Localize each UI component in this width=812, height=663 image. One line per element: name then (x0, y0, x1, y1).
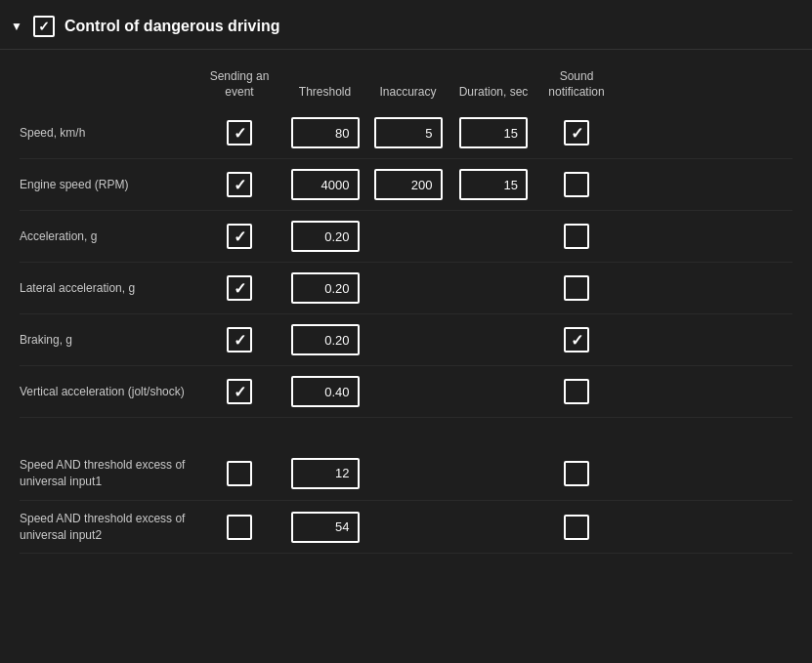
row-label-engine-speed: Engine speed (RPM) (20, 177, 195, 193)
cell-sending-lateral-acceleration (195, 275, 283, 301)
row-label-speed-universal1: Speed AND threshold excess of universal … (20, 457, 195, 490)
section-checkbox[interactable] (33, 16, 55, 37)
input-threshold-acceleration[interactable] (291, 221, 360, 252)
row-label-vertical-acceleration: Vertical acceleration (jolt/shock) (20, 384, 195, 400)
input-threshold-vertical-acceleration[interactable] (291, 376, 360, 407)
cell-sending-vertical-acceleration (195, 379, 283, 404)
main-content: Sending an event Threshold Inaccuracy Du… (0, 50, 812, 573)
checkbox-sending-speed-universal1[interactable] (227, 461, 252, 486)
table-row: Speed, km/h (20, 107, 792, 159)
row-cells-vertical-acceleration (195, 376, 616, 407)
cell-sound-engine-speed (537, 172, 616, 197)
section-header: ▼ Control of dangerous driving (0, 0, 812, 50)
cell-threshold-engine-speed (283, 169, 366, 200)
cell-sound-speed (537, 120, 616, 145)
checkbox-sending-speed[interactable] (227, 120, 252, 145)
table-row: Speed AND threshold excess of universal … (20, 501, 792, 555)
input-threshold-engine-speed[interactable] (291, 169, 360, 200)
cell-sending-engine-speed (195, 172, 283, 197)
row-cells-speed (195, 117, 616, 148)
checkbox-sending-acceleration[interactable] (227, 224, 252, 249)
cell-sound-speed-universal2 (537, 515, 616, 540)
cell-sending-braking (195, 327, 283, 352)
input-duration-speed[interactable] (459, 117, 528, 148)
col-header-inaccuracy: Inaccuracy (366, 85, 449, 101)
section-title: Control of dangerous driving (64, 18, 279, 35)
cell-duration-speed (449, 117, 537, 148)
checkbox-sending-speed-universal2[interactable] (227, 515, 252, 540)
input-threshold-speed-universal1[interactable] (291, 458, 360, 489)
cell-inaccuracy-engine-speed (366, 169, 449, 200)
table-row: Engine speed (RPM) (20, 159, 792, 211)
cell-threshold-speed (283, 117, 366, 148)
cell-threshold-speed-universal2 (283, 512, 366, 543)
row-label-speed-universal2: Speed AND threshold excess of universal … (20, 511, 195, 544)
cell-sound-lateral-acceleration (537, 275, 616, 301)
cell-sending-speed-universal2 (195, 515, 283, 540)
row-label-speed: Speed, km/h (20, 125, 195, 142)
checkbox-sound-acceleration[interactable] (564, 224, 589, 249)
checkbox-sound-engine-speed[interactable] (564, 172, 589, 197)
input-threshold-lateral-acceleration[interactable] (291, 272, 360, 304)
cell-sound-speed-universal1 (537, 461, 616, 486)
cell-threshold-acceleration (283, 221, 366, 252)
checkbox-sending-braking[interactable] (227, 327, 252, 352)
checkbox-sending-engine-speed[interactable] (227, 172, 252, 197)
checkbox-sound-speed-universal2[interactable] (564, 515, 589, 540)
row-label-braking: Braking, g (20, 332, 195, 349)
table-row: Speed AND threshold excess of universal … (20, 447, 792, 501)
input-threshold-braking[interactable] (291, 324, 360, 355)
cell-threshold-vertical-acceleration (283, 376, 366, 407)
collapse-chevron[interactable]: ▼ (10, 20, 23, 33)
row-cells-speed-universal1 (195, 458, 616, 489)
cell-sending-acceleration (195, 224, 283, 249)
row-cells-acceleration (195, 221, 616, 252)
checkbox-sending-vertical-acceleration[interactable] (227, 379, 252, 404)
row-cells-engine-speed (195, 169, 616, 200)
col-header-threshold: Threshold (283, 85, 366, 101)
input-inaccuracy-speed[interactable] (374, 117, 443, 148)
row-cells-lateral-acceleration (195, 272, 616, 304)
spacer (20, 418, 792, 447)
cell-threshold-speed-universal1 (283, 458, 366, 489)
input-duration-engine-speed[interactable] (459, 169, 528, 200)
row-cells-braking (195, 324, 616, 355)
checkbox-sound-braking[interactable] (564, 327, 589, 352)
checkbox-sound-speed[interactable] (564, 120, 589, 145)
checkbox-sound-lateral-acceleration[interactable] (564, 275, 589, 301)
checkbox-sound-vertical-acceleration[interactable] (564, 379, 589, 404)
row-label-lateral-acceleration: Lateral acceleration, g (20, 280, 195, 297)
cell-sound-vertical-acceleration (537, 379, 616, 404)
cell-sound-braking (537, 327, 616, 352)
column-headers: Sending an event Threshold Inaccuracy Du… (195, 60, 792, 107)
cell-threshold-braking (283, 324, 366, 355)
cell-sending-speed (195, 120, 283, 145)
table-row: Lateral acceleration, g (20, 263, 792, 314)
checkbox-sending-lateral-acceleration[interactable] (227, 275, 252, 301)
input-inaccuracy-engine-speed[interactable] (374, 169, 443, 200)
cell-duration-engine-speed (449, 169, 537, 200)
cell-inaccuracy-speed (366, 117, 449, 148)
checkbox-sound-speed-universal1[interactable] (564, 461, 589, 486)
cell-threshold-lateral-acceleration (283, 272, 366, 304)
input-threshold-speed-universal2[interactable] (291, 512, 360, 543)
col-header-sound: Sound notification (537, 69, 616, 100)
table-row: Acceleration, g (20, 211, 792, 263)
cell-sound-acceleration (537, 224, 616, 249)
col-header-duration: Duration, sec (449, 85, 537, 101)
table-row: Braking, g (20, 314, 792, 366)
input-threshold-speed[interactable] (291, 117, 360, 148)
table-row: Vertical acceleration (jolt/shock) (20, 366, 792, 418)
row-cells-speed-universal2 (195, 512, 616, 543)
cell-sending-speed-universal1 (195, 461, 283, 486)
col-header-sending: Sending an event (195, 69, 283, 100)
row-label-acceleration: Acceleration, g (20, 228, 195, 245)
